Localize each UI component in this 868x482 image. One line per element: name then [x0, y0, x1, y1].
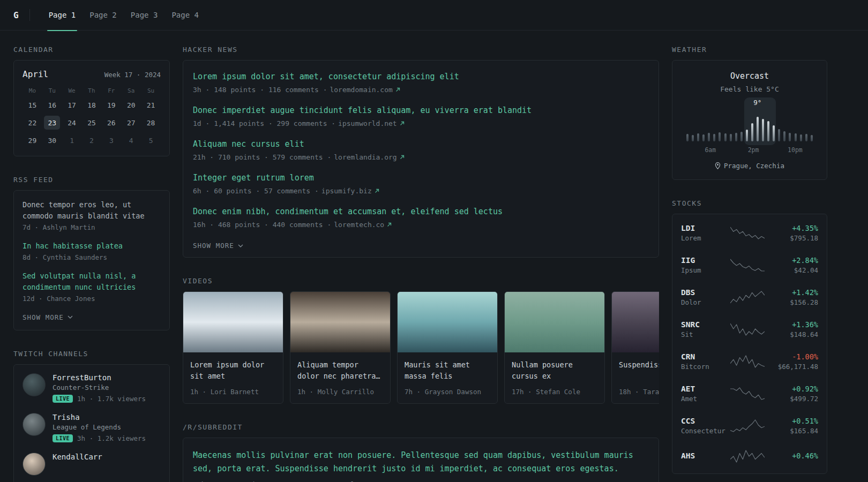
stock-row[interactable]: CRNBitcorn-1.00%$66,171.48 — [681, 345, 818, 378]
stock-row[interactable]: LDILorem+4.35%$795.18 — [681, 217, 818, 249]
hacker-news-show-more-button[interactable]: SHOW MORE — [193, 242, 243, 250]
stock-sparkline — [728, 449, 767, 464]
hacker-news-item-title[interactable]: Lorem ipsum dolor sit amet, consectetur … — [193, 72, 459, 81]
stock-row[interactable]: SNRCSit+1.36%$148.64 — [681, 313, 818, 345]
twitch-channel-row[interactable]: KendallCarr — [23, 453, 161, 476]
stock-values: +2.84%$42.04 — [767, 256, 818, 274]
subreddit-post-meta: 19h · 9,932 points · 1,090 comments · lo… — [193, 480, 649, 482]
calendar-day[interactable]: 29 — [24, 133, 40, 147]
calendar-day-header: Sa — [121, 87, 141, 94]
tab-page-4[interactable]: Page 4 — [164, 0, 206, 31]
calendar-day[interactable]: 15 — [24, 98, 40, 112]
hacker-news-item-title[interactable]: Aliquam nec cursus elit — [193, 139, 304, 149]
weather-hour-bar — [789, 133, 791, 141]
calendar-day[interactable]: 17 — [64, 98, 80, 112]
hacker-news-section: HACKER NEWS Lorem ipsum dolor sit amet, … — [183, 46, 659, 258]
item-domain[interactable]: ipsumworld.net — [338, 119, 397, 127]
item-domain[interactable]: loremtech.co — [334, 221, 384, 229]
weather-hour-bar — [702, 134, 705, 141]
video-thumbnail — [505, 292, 604, 352]
weather-hour-bar — [724, 133, 727, 141]
item-domain[interactable]: loremlandia.org — [334, 153, 396, 161]
stock-row[interactable]: AHS+0.46% — [681, 442, 818, 471]
twitch-channel-info: ForrestBurtonCounter-StrikeLIVE1h · 1.7k… — [53, 373, 146, 403]
calendar-day[interactable]: 3 — [103, 133, 119, 147]
video-title: Suspendisse diam — [612, 352, 659, 382]
stock-name: Bitcorn — [681, 363, 728, 371]
weather-hour-bar — [735, 133, 737, 141]
stock-values: +1.42%$156.28 — [767, 288, 818, 306]
chevron-down-icon — [68, 315, 73, 319]
hacker-news-item: Aliquam nec cursus elit21h · 710 points … — [193, 139, 649, 161]
calendar-day-header: Th — [82, 87, 102, 94]
video-thumbnail — [398, 292, 497, 352]
calendar-day[interactable]: 4 — [123, 133, 139, 147]
calendar-day[interactable]: 2 — [84, 133, 100, 147]
weather-section: WEATHER Overcast Feels like 5°C 9° 6am2p… — [672, 46, 827, 180]
calendar-day[interactable]: 24 — [64, 116, 80, 130]
calendar-day[interactable]: 27 — [123, 116, 139, 130]
subreddit-post-title[interactable]: Maecenas mollis pulvinar erat non posuer… — [193, 449, 649, 476]
tab-page-2[interactable]: Page 2 — [83, 0, 124, 31]
calendar-day[interactable]: 16 — [44, 98, 60, 112]
calendar-day[interactable]: 25 — [84, 116, 100, 130]
calendar-day[interactable]: 5 — [143, 133, 159, 147]
post-domain[interactable]: loremnet.xyz — [351, 480, 401, 482]
calendar-day[interactable]: 28 — [143, 116, 159, 130]
hacker-news-item-title[interactable]: Donec enim nibh, condimentum et accumsan… — [193, 207, 503, 216]
rss-show-more-button[interactable]: SHOW MORE — [23, 313, 73, 321]
stock-sparkline — [728, 290, 767, 305]
stock-row[interactable]: AETAmet+0.92%$499.72 — [681, 378, 818, 410]
tab-page-1[interactable]: Page 1 — [42, 0, 83, 31]
weather-hour-bar — [719, 132, 721, 141]
video-card[interactable]: Nullam posuere cursus ex17h · Stefan Col… — [504, 291, 605, 404]
stock-ticker: LDI — [681, 224, 728, 232]
twitch-channel-list: ForrestBurtonCounter-StrikeLIVE1h · 1.7k… — [23, 373, 161, 476]
stock-name: Sit — [681, 330, 728, 338]
twitch-channel-info: TrishaLeague of LegendsLIVE3h · 1.2k vie… — [53, 413, 146, 442]
stock-change: +1.42% — [767, 288, 818, 297]
stock-row[interactable]: IIGIpsum+2.84%$42.04 — [681, 249, 818, 281]
video-card[interactable]: Mauris sit amet massa felis7h · Grayson … — [397, 291, 498, 404]
calendar-day[interactable]: 30 — [44, 133, 60, 147]
top-nav: G Page 1Page 2Page 3Page 4 — [0, 0, 868, 31]
external-link-icon — [387, 222, 392, 227]
hacker-news-item-title[interactable]: Integer eget rutrum lorem — [193, 173, 314, 183]
item-domain[interactable]: loremdomain.com — [330, 86, 392, 94]
stock-id: AETAmet — [681, 385, 728, 403]
right-column: WEATHER Overcast Feels like 5°C 9° 6am2p… — [672, 46, 827, 482]
hacker-news-item: Integer eget rutrum lorem6h · 60 points … — [193, 172, 649, 195]
calendar-day[interactable]: 20 — [123, 98, 139, 112]
stock-row[interactable]: DBSDolor+1.42%$156.28 — [681, 281, 818, 313]
hacker-news-item-title[interactable]: Donec imperdiet augue tincidunt felis al… — [193, 106, 532, 115]
stock-ticker: CRN — [681, 352, 728, 361]
rss-item-title[interactable]: In hac habitasse platea — [23, 240, 161, 252]
twitch-channel-row[interactable]: TrishaLeague of LegendsLIVE3h · 1.2k vie… — [23, 413, 161, 442]
video-card[interactable]: Suspendisse diam18h · Tara — [611, 291, 659, 404]
calendar-day[interactable]: 18 — [84, 98, 100, 112]
calendar-section-title: CALENDAR — [13, 46, 170, 54]
stock-change: -1.00% — [767, 352, 818, 361]
hacker-news-item-meta: 6h · 60 points · 57 comments ·ipsumify.b… — [193, 187, 649, 195]
stock-change: +2.84% — [767, 256, 818, 265]
weather-location: Prague, Czechia — [715, 162, 784, 170]
calendar-day[interactable]: 23 — [44, 116, 60, 130]
video-card[interactable]: Lorem ipsum dolor sit amet consectetu…1h… — [183, 291, 283, 404]
tab-page-3[interactable]: Page 3 — [124, 0, 165, 31]
stock-change: +1.36% — [767, 320, 818, 329]
calendar-day[interactable]: 21 — [143, 98, 159, 112]
rss-item-title[interactable]: Donec tempor eros leo, ut commodo mauris… — [23, 199, 161, 222]
show-more-label: SHOW MORE — [23, 313, 64, 321]
twitch-viewers-text: 1h · 1.7k viewers — [77, 395, 146, 403]
item-domain[interactable]: ipsumify.biz — [321, 187, 372, 195]
stock-row[interactable]: CCSConsectetur+0.51%$165.84 — [681, 410, 818, 442]
calendar-day[interactable]: 26 — [103, 116, 119, 130]
calendar-day[interactable]: 19 — [103, 98, 119, 112]
calendar-day[interactable]: 22 — [24, 116, 40, 130]
rss-item-title[interactable]: Sed volutpat nulla nisl, a condimentum n… — [23, 270, 161, 293]
show-more-label: SHOW MORE — [193, 242, 234, 250]
stock-change: +0.92% — [767, 385, 818, 393]
calendar-day[interactable]: 1 — [64, 133, 80, 147]
twitch-channel-row[interactable]: ForrestBurtonCounter-StrikeLIVE1h · 1.7k… — [23, 373, 161, 403]
video-card[interactable]: Aliquam tempor dolor nec pharetra…1h · M… — [290, 291, 391, 404]
